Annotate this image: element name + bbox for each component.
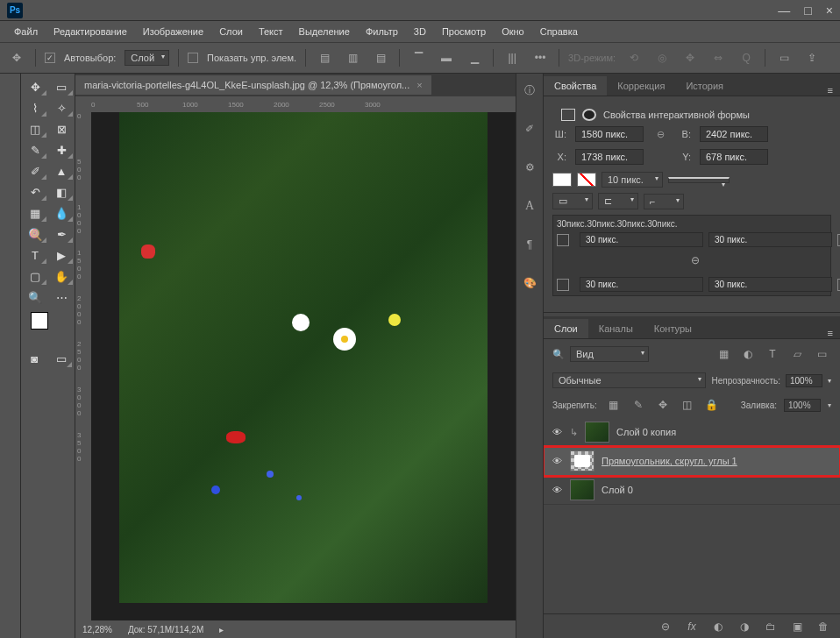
distribute-h-icon[interactable]: ||| xyxy=(502,48,522,67)
brushes-panel-icon[interactable]: ✐ xyxy=(520,117,539,140)
layer-row[interactable]: 👁↳Слой 0 копия xyxy=(544,418,840,447)
menu-image[interactable]: Изображение xyxy=(136,24,210,39)
quick-mask-tool[interactable]: ◙ xyxy=(23,349,46,368)
new-adjustment-icon[interactable]: ◑ xyxy=(735,617,754,636)
filter-type-icon[interactable]: T xyxy=(763,344,782,364)
link-wh-icon[interactable]: ⊖ xyxy=(652,129,668,140)
tab-paths[interactable]: Контуры xyxy=(644,319,702,338)
tab-layers[interactable]: Слои xyxy=(544,319,588,338)
stroke-corners-select[interactable]: ⌐ xyxy=(644,194,684,209)
adjustments-panel-icon[interactable]: ⚙ xyxy=(520,156,539,179)
history-brush-tool[interactable]: ↶ xyxy=(23,182,47,202)
zoom-tool[interactable]: 🔍 xyxy=(23,287,47,307)
layer-row[interactable]: 👁Слой 0 xyxy=(544,476,840,505)
stamp-tool[interactable]: ▲ xyxy=(49,161,74,181)
opacity-chevron-icon[interactable]: ▾ xyxy=(828,377,831,385)
lock-artboard-icon[interactable]: ◫ xyxy=(678,395,697,415)
menu-file[interactable]: Файл xyxy=(7,24,45,39)
stroke-style-select[interactable] xyxy=(668,177,730,183)
link-layers-icon[interactable]: ⊖ xyxy=(656,617,675,636)
type-tool[interactable]: T xyxy=(23,245,47,265)
magic-wand-tool[interactable]: ✧ xyxy=(49,98,74,117)
layer-visibility-icon[interactable]: 👁 xyxy=(551,456,563,466)
fill-chevron-icon[interactable]: ▾ xyxy=(828,401,831,409)
doc-size[interactable]: Док: 57,1M/114,2M xyxy=(128,625,203,634)
stroke-color-swatch[interactable] xyxy=(577,173,596,187)
corner-bl-checkbox[interactable] xyxy=(557,279,569,291)
info-panel-icon[interactable]: ⓘ xyxy=(520,79,539,102)
canvas[interactable] xyxy=(91,112,516,620)
opacity-input[interactable]: 100% xyxy=(786,374,822,387)
status-chevron-icon[interactable]: ▸ xyxy=(219,625,224,634)
dodge-tool[interactable]: 🍭 xyxy=(23,224,47,244)
tab-channels[interactable]: Каналы xyxy=(588,319,644,338)
3d-slide-icon[interactable]: ⇔ xyxy=(708,48,728,67)
close-button[interactable]: × xyxy=(826,4,833,18)
menu-layers[interactable]: Слои xyxy=(212,24,250,39)
rectangle-tool[interactable]: ▢ xyxy=(23,266,47,286)
3d-zoom-icon[interactable]: Q xyxy=(737,48,756,67)
layer-name[interactable]: Слой 0 xyxy=(602,485,833,495)
corner-tl-checkbox[interactable] xyxy=(557,234,569,246)
paragraph-panel-icon[interactable]: ¶ xyxy=(520,233,539,256)
share-icon[interactable]: ⇪ xyxy=(802,48,822,67)
autoselect-checkbox[interactable] xyxy=(45,53,55,63)
screen-mode-tool[interactable]: ▭ xyxy=(50,349,74,368)
show-controls-checkbox[interactable] xyxy=(188,53,198,63)
tab-properties[interactable]: Свойства xyxy=(544,76,607,96)
path-select-tool[interactable]: ▶ xyxy=(49,245,74,265)
tab-history[interactable]: История xyxy=(675,76,734,96)
3d-orbit-icon[interactable]: ⟲ xyxy=(624,48,644,67)
stroke-align-select[interactable]: ▭ xyxy=(552,193,593,209)
lock-paint-icon[interactable]: ✎ xyxy=(629,395,648,415)
layer-visibility-icon[interactable]: 👁 xyxy=(551,485,563,495)
tab-correction[interactable]: Коррекция xyxy=(607,76,675,96)
panel-menu-icon[interactable]: ≡ xyxy=(821,85,840,96)
3d-roll-icon[interactable]: ◎ xyxy=(652,48,672,67)
align-left-icon[interactable]: ▤ xyxy=(315,48,334,67)
layer-visibility-icon[interactable]: 👁 xyxy=(551,427,563,437)
menu-filter[interactable]: Фильтр xyxy=(359,24,405,39)
zoom-level[interactable]: 12,28% xyxy=(82,625,112,634)
align-right-icon[interactable]: ▤ xyxy=(371,48,390,67)
lock-all-icon[interactable]: 🔒 xyxy=(702,395,722,415)
lasso-tool[interactable]: ⌇ xyxy=(23,98,47,117)
menu-edit[interactable]: Редактирование xyxy=(46,24,134,39)
lock-pixels-icon[interactable]: ▦ xyxy=(604,395,623,415)
width-input[interactable] xyxy=(575,126,644,142)
gradient-tool[interactable]: ▦ xyxy=(23,203,47,223)
eyedropper-tool[interactable]: ✎ xyxy=(23,140,47,160)
character-panel-icon[interactable]: A xyxy=(520,195,539,217)
crop-tool[interactable]: ◫ xyxy=(23,119,47,138)
filter-smart-icon[interactable]: ▭ xyxy=(812,344,831,364)
stroke-width-select[interactable]: 10 пикс. xyxy=(602,172,663,188)
brush-tool[interactable]: ✐ xyxy=(23,161,47,181)
layer-filter-select[interactable]: Вид xyxy=(570,346,649,362)
filter-shape-icon[interactable]: ▱ xyxy=(787,344,807,364)
edit-toolbar[interactable]: ⋯ xyxy=(49,287,74,307)
layer-row[interactable]: 👁Прямоугольник, скругл. углы 1 xyxy=(544,447,840,476)
eraser-tool[interactable]: ◧ xyxy=(49,182,74,202)
lock-position-icon[interactable]: ✥ xyxy=(653,395,673,415)
distribute-more-icon[interactable]: ••• xyxy=(530,48,550,67)
corner-tl-input[interactable] xyxy=(580,232,703,247)
move-tool-icon[interactable]: ✥ xyxy=(7,48,26,67)
layer-name[interactable]: Прямоугольник, скругл. углы 1 xyxy=(602,456,833,466)
delete-layer-icon[interactable]: 🗑 xyxy=(814,617,833,636)
healing-tool[interactable]: ✚ xyxy=(49,140,74,160)
filter-adjust-icon[interactable]: ◐ xyxy=(738,344,758,364)
frame-tool[interactable]: ⊠ xyxy=(49,119,74,138)
height-input[interactable] xyxy=(700,126,768,142)
align-center-h-icon[interactable]: ▥ xyxy=(343,48,362,67)
stroke-caps-select[interactable]: ⊏ xyxy=(598,193,638,209)
document-tab[interactable]: maria-victoria-portelles-g4L4OL_KkeE-uns… xyxy=(75,75,431,95)
layer-thumbnail[interactable] xyxy=(570,450,594,471)
align-bottom-icon[interactable]: ▁ xyxy=(465,48,484,67)
y-input[interactable] xyxy=(700,149,768,165)
color-swatches[interactable] xyxy=(31,312,66,342)
new-layer-icon[interactable]: ▣ xyxy=(787,617,807,636)
maximize-button[interactable]: □ xyxy=(804,4,811,18)
pen-tool[interactable]: ✒ xyxy=(49,224,74,244)
layer-thumbnail[interactable] xyxy=(570,479,594,500)
menu-select[interactable]: Выделение xyxy=(292,24,357,39)
